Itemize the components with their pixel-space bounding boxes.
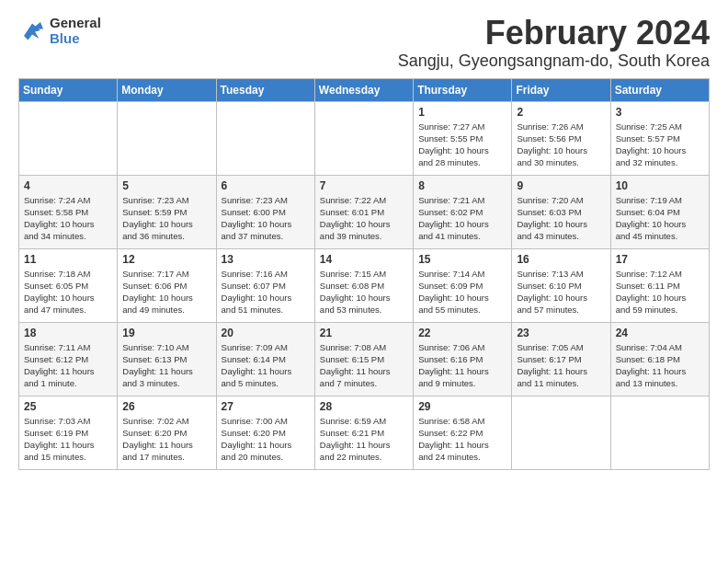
calendar-week-4: 18Sunrise: 7:11 AM Sunset: 6:12 PM Dayli… xyxy=(19,322,710,396)
day-info: Sunrise: 7:25 AM Sunset: 5:57 PM Dayligh… xyxy=(616,121,704,169)
day-number: 18 xyxy=(24,327,112,339)
day-number: 3 xyxy=(616,106,704,119)
day-info: Sunrise: 7:04 AM Sunset: 6:18 PM Dayligh… xyxy=(616,341,704,390)
calendar-cell: 17Sunrise: 7:12 AM Sunset: 6:11 PM Dayli… xyxy=(610,248,709,322)
calendar-cell xyxy=(216,101,314,175)
day-info: Sunrise: 6:59 AM Sunset: 6:21 PM Dayligh… xyxy=(320,415,408,464)
calendar-cell: 3Sunrise: 7:25 AM Sunset: 5:57 PM Daylig… xyxy=(610,101,709,175)
calendar-cell: 8Sunrise: 7:21 AM Sunset: 6:02 PM Daylig… xyxy=(414,175,512,248)
day-info: Sunrise: 7:17 AM Sunset: 6:06 PM Dayligh… xyxy=(122,268,210,316)
calendar-cell xyxy=(19,101,118,175)
day-number: 23 xyxy=(517,327,605,339)
calendar-cell xyxy=(610,396,709,469)
day-number: 25 xyxy=(24,400,112,413)
day-info: Sunrise: 7:19 AM Sunset: 6:04 PM Dayligh… xyxy=(616,194,704,243)
day-number: 24 xyxy=(616,327,704,339)
calendar-body: 1Sunrise: 7:27 AM Sunset: 5:55 PM Daylig… xyxy=(19,101,710,469)
calendar-cell: 27Sunrise: 7:00 AM Sunset: 6:20 PM Dayli… xyxy=(216,396,314,469)
day-info: Sunrise: 7:23 AM Sunset: 6:00 PM Dayligh… xyxy=(222,194,310,243)
day-number: 20 xyxy=(222,327,310,339)
day-number: 19 xyxy=(122,327,210,339)
calendar-header-row: SundayMondayTuesdayWednesdayThursdayFrid… xyxy=(19,78,710,101)
calendar-week-3: 11Sunrise: 7:18 AM Sunset: 6:05 PM Dayli… xyxy=(19,248,710,322)
logo-text: General Blue xyxy=(50,15,101,47)
calendar-cell: 12Sunrise: 7:17 AM Sunset: 6:06 PM Dayli… xyxy=(118,248,216,322)
calendar-table: SundayMondayTuesdayWednesdayThursdayFrid… xyxy=(18,78,710,470)
day-info: Sunrise: 7:12 AM Sunset: 6:11 PM Dayligh… xyxy=(616,268,704,316)
calendar-cell: 28Sunrise: 6:59 AM Sunset: 6:21 PM Dayli… xyxy=(314,396,413,469)
day-number: 8 xyxy=(418,179,506,192)
day-info: Sunrise: 7:11 AM Sunset: 6:12 PM Dayligh… xyxy=(24,341,112,390)
day-header-thursday: Thursday xyxy=(414,78,512,101)
day-number: 27 xyxy=(222,400,310,413)
title-block: February 2024 Sangju, Gyeongsangnam-do, … xyxy=(398,15,710,71)
logo-bird-icon xyxy=(18,17,46,44)
calendar-cell: 13Sunrise: 7:16 AM Sunset: 6:07 PM Dayli… xyxy=(216,248,314,322)
day-number: 11 xyxy=(24,253,112,266)
day-number: 9 xyxy=(517,179,605,192)
calendar-cell: 22Sunrise: 7:06 AM Sunset: 6:16 PM Dayli… xyxy=(414,322,512,396)
day-number: 6 xyxy=(222,179,310,192)
calendar-cell xyxy=(512,396,610,469)
calendar-week-1: 1Sunrise: 7:27 AM Sunset: 5:55 PM Daylig… xyxy=(19,101,710,175)
day-number: 21 xyxy=(320,327,408,339)
day-info: Sunrise: 6:58 AM Sunset: 6:22 PM Dayligh… xyxy=(418,415,506,464)
day-info: Sunrise: 7:03 AM Sunset: 6:19 PM Dayligh… xyxy=(24,415,112,464)
day-info: Sunrise: 7:15 AM Sunset: 6:08 PM Dayligh… xyxy=(320,268,408,316)
day-number: 1 xyxy=(418,106,506,119)
calendar-week-5: 25Sunrise: 7:03 AM Sunset: 6:19 PM Dayli… xyxy=(19,396,710,469)
day-number: 26 xyxy=(122,400,210,413)
calendar-cell: 5Sunrise: 7:23 AM Sunset: 5:59 PM Daylig… xyxy=(118,175,216,248)
day-info: Sunrise: 7:09 AM Sunset: 6:14 PM Dayligh… xyxy=(222,341,310,390)
calendar-cell: 11Sunrise: 7:18 AM Sunset: 6:05 PM Dayli… xyxy=(19,248,118,322)
day-number: 29 xyxy=(418,400,506,413)
day-number: 16 xyxy=(517,253,605,266)
calendar-title: February 2024 xyxy=(398,15,710,52)
day-info: Sunrise: 7:23 AM Sunset: 5:59 PM Dayligh… xyxy=(122,194,210,243)
logo: General Blue xyxy=(18,15,101,47)
calendar-subtitle: Sangju, Gyeongsangnam-do, South Korea xyxy=(398,52,710,71)
calendar-cell: 18Sunrise: 7:11 AM Sunset: 6:12 PM Dayli… xyxy=(19,322,118,396)
day-info: Sunrise: 7:06 AM Sunset: 6:16 PM Dayligh… xyxy=(418,341,506,390)
calendar-cell: 24Sunrise: 7:04 AM Sunset: 6:18 PM Dayli… xyxy=(610,322,709,396)
calendar-cell: 10Sunrise: 7:19 AM Sunset: 6:04 PM Dayli… xyxy=(610,175,709,248)
day-number: 14 xyxy=(320,253,408,266)
calendar-cell: 9Sunrise: 7:20 AM Sunset: 6:03 PM Daylig… xyxy=(512,175,610,248)
day-number: 4 xyxy=(24,179,112,192)
calendar-cell: 15Sunrise: 7:14 AM Sunset: 6:09 PM Dayli… xyxy=(414,248,512,322)
calendar-cell xyxy=(118,101,216,175)
calendar-cell: 14Sunrise: 7:15 AM Sunset: 6:08 PM Dayli… xyxy=(314,248,413,322)
calendar-week-2: 4Sunrise: 7:24 AM Sunset: 5:58 PM Daylig… xyxy=(19,175,710,248)
day-number: 22 xyxy=(418,327,506,339)
day-header-monday: Monday xyxy=(118,78,216,101)
day-info: Sunrise: 7:05 AM Sunset: 6:17 PM Dayligh… xyxy=(517,341,605,390)
day-info: Sunrise: 7:08 AM Sunset: 6:15 PM Dayligh… xyxy=(320,341,408,390)
day-info: Sunrise: 7:24 AM Sunset: 5:58 PM Dayligh… xyxy=(24,194,112,243)
calendar-cell: 25Sunrise: 7:03 AM Sunset: 6:19 PM Dayli… xyxy=(19,396,118,469)
calendar-cell: 29Sunrise: 6:58 AM Sunset: 6:22 PM Dayli… xyxy=(414,396,512,469)
day-number: 10 xyxy=(616,179,704,192)
day-info: Sunrise: 7:02 AM Sunset: 6:20 PM Dayligh… xyxy=(122,415,210,464)
calendar-cell: 26Sunrise: 7:02 AM Sunset: 6:20 PM Dayli… xyxy=(118,396,216,469)
day-header-saturday: Saturday xyxy=(610,78,709,101)
calendar-cell: 19Sunrise: 7:10 AM Sunset: 6:13 PM Dayli… xyxy=(118,322,216,396)
day-info: Sunrise: 7:22 AM Sunset: 6:01 PM Dayligh… xyxy=(320,194,408,243)
calendar-cell: 7Sunrise: 7:22 AM Sunset: 6:01 PM Daylig… xyxy=(314,175,413,248)
day-info: Sunrise: 7:18 AM Sunset: 6:05 PM Dayligh… xyxy=(24,268,112,316)
day-header-friday: Friday xyxy=(512,78,610,101)
svg-marker-1 xyxy=(34,22,44,29)
day-number: 12 xyxy=(122,253,210,266)
day-info: Sunrise: 7:21 AM Sunset: 6:02 PM Dayligh… xyxy=(418,194,506,243)
day-info: Sunrise: 7:10 AM Sunset: 6:13 PM Dayligh… xyxy=(122,341,210,390)
calendar-cell: 4Sunrise: 7:24 AM Sunset: 5:58 PM Daylig… xyxy=(19,175,118,248)
day-number: 28 xyxy=(320,400,408,413)
day-header-sunday: Sunday xyxy=(19,78,118,101)
day-header-tuesday: Tuesday xyxy=(216,78,314,101)
day-info: Sunrise: 7:26 AM Sunset: 5:56 PM Dayligh… xyxy=(517,121,605,169)
calendar-cell: 20Sunrise: 7:09 AM Sunset: 6:14 PM Dayli… xyxy=(216,322,314,396)
day-number: 15 xyxy=(418,253,506,266)
calendar-cell: 6Sunrise: 7:23 AM Sunset: 6:00 PM Daylig… xyxy=(216,175,314,248)
day-info: Sunrise: 7:16 AM Sunset: 6:07 PM Dayligh… xyxy=(222,268,310,316)
calendar-cell: 1Sunrise: 7:27 AM Sunset: 5:55 PM Daylig… xyxy=(414,101,512,175)
day-number: 5 xyxy=(122,179,210,192)
